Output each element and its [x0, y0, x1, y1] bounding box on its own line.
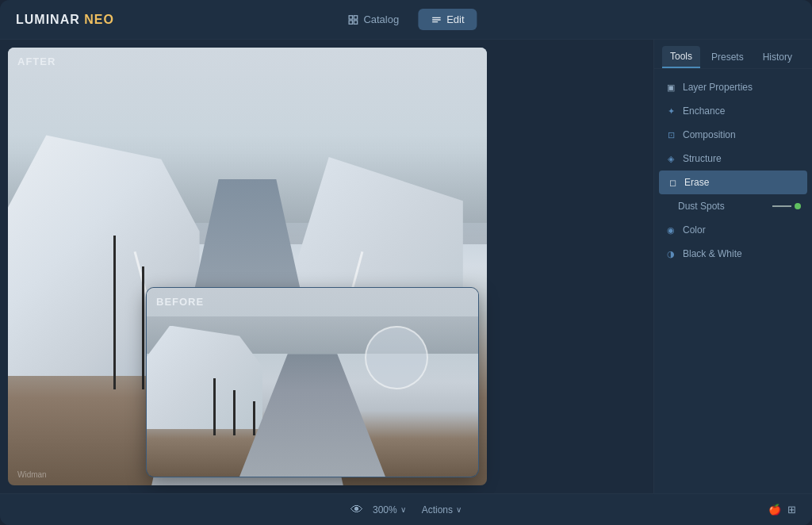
dust-spots-toggle[interactable]	[772, 203, 801, 209]
actions-arrow: ∨	[456, 505, 462, 514]
pole-2	[142, 266, 144, 389]
eye-icon[interactable]: 👁	[350, 503, 363, 517]
logo-neo: NEO	[84, 13, 114, 26]
svg-rect-0	[349, 15, 352, 18]
color-icon: ◉	[665, 224, 676, 236]
pole-1	[113, 236, 116, 389]
before-pole-3	[253, 401, 255, 435]
composition-icon: ⊡	[665, 129, 676, 140]
zoom-arrow: ∨	[400, 505, 406, 514]
footer-center: 👁 300% ∨ Actions ∨	[350, 503, 462, 517]
app-window: LUMINAR NEO Catalog Edit	[0, 0, 812, 525]
before-pole-2	[233, 390, 236, 435]
compare-circle	[365, 326, 428, 389]
canvas-area[interactable]: AFTER Widma	[0, 40, 653, 493]
enchance-icon: ✦	[665, 105, 676, 117]
tab-presets[interactable]: Presets	[703, 46, 752, 68]
footer: 👁 300% ∨ Actions ∨ 🍎 ⊞	[0, 493, 812, 525]
tool-erase-label: Erase	[684, 177, 709, 188]
before-scene	[147, 288, 478, 477]
tool-composition[interactable]: ⊡ Composition	[654, 123, 812, 147]
catalog-button[interactable]: Catalog	[335, 9, 412, 30]
tool-structure-label: Structure	[683, 153, 722, 164]
watermark: Widman	[17, 470, 47, 479]
tool-color-label: Color	[683, 224, 706, 236]
toggle-line	[772, 205, 791, 207]
tool-color[interactable]: ◉ Color	[654, 218, 812, 242]
main-content: AFTER Widma	[0, 40, 812, 493]
tool-enchance[interactable]: ✦ Enchance	[654, 99, 812, 123]
logo-luminar: LUMINAR	[16, 13, 80, 26]
zoom-value: 300%	[373, 504, 397, 515]
tool-black-white-label: Black & White	[683, 248, 742, 259]
after-label: AFTER	[17, 56, 56, 67]
panel-tabs: Tools Presets History	[654, 40, 812, 69]
actions-button[interactable]: Actions ∨	[422, 504, 462, 515]
logo: LUMINAR NEO	[16, 13, 114, 27]
tool-enchance-label: Enchance	[683, 105, 725, 117]
tool-structure[interactable]: ◈ Structure	[654, 147, 812, 171]
tool-erase[interactable]: ◻ Erase	[659, 171, 807, 194]
zoom-control[interactable]: 300% ∨	[373, 504, 406, 515]
layer-properties-icon: ▣	[665, 82, 676, 93]
windows-icon: ⊞	[787, 504, 796, 515]
apple-icon: 🍎	[768, 504, 781, 515]
tool-composition-label: Composition	[683, 129, 736, 140]
toggle-dot	[795, 203, 801, 209]
before-pole-1	[213, 378, 216, 435]
tool-dust-spots[interactable]: Dust Spots	[654, 194, 812, 218]
edit-label: Edit	[446, 13, 464, 25]
black-white-icon: ◑	[665, 248, 676, 259]
svg-rect-2	[349, 20, 352, 23]
catalog-label: Catalog	[363, 13, 399, 25]
tools-list: ▣ Layer Properties ✦ Enchance ⊡ Composit…	[654, 69, 812, 493]
right-panel: Tools Presets History ▣ Layer Properties…	[653, 40, 812, 493]
before-view: BEFORE	[146, 287, 479, 477]
tab-history-label: History	[763, 52, 792, 63]
before-label: BEFORE	[156, 296, 204, 308]
structure-icon: ◈	[665, 153, 676, 164]
tab-tools[interactable]: Tools	[662, 46, 700, 68]
logo-text: LUMINAR NEO	[16, 13, 114, 27]
tab-history[interactable]: History	[755, 46, 800, 68]
header: LUMINAR NEO Catalog Edit	[0, 0, 812, 40]
erase-icon: ◻	[667, 177, 678, 188]
tab-tools-label: Tools	[670, 51, 692, 62]
svg-rect-1	[354, 15, 357, 18]
tool-black-white[interactable]: ◑ Black & White	[654, 242, 812, 266]
tab-presets-label: Presets	[711, 52, 744, 63]
actions-label: Actions	[422, 504, 453, 515]
nav-buttons: Catalog Edit	[335, 9, 477, 30]
footer-right: 🍎 ⊞	[768, 504, 796, 515]
tool-layer-properties[interactable]: ▣ Layer Properties	[654, 75, 812, 99]
dust-spots-label: Dust Spots	[678, 201, 725, 212]
svg-rect-3	[354, 20, 357, 23]
tool-layer-properties-label: Layer Properties	[683, 82, 753, 93]
edit-button[interactable]: Edit	[418, 9, 477, 30]
